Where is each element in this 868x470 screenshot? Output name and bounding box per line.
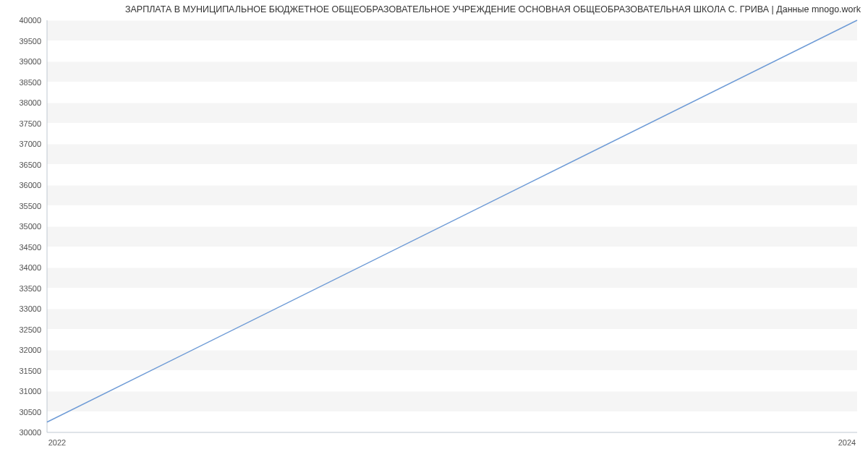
grid-band xyxy=(47,103,857,124)
svg-text:30500: 30500 xyxy=(19,408,41,416)
svg-text:31000: 31000 xyxy=(19,387,41,396)
y-tick: 32000 xyxy=(19,346,41,354)
svg-text:34000: 34000 xyxy=(19,263,41,272)
svg-text:2024: 2024 xyxy=(838,438,856,447)
grid-band xyxy=(47,309,857,330)
svg-text:37000: 37000 xyxy=(19,140,41,148)
svg-text:2022: 2022 xyxy=(48,438,66,447)
grid-band xyxy=(47,268,857,289)
grid-band xyxy=(47,185,857,206)
grid-band xyxy=(47,144,857,165)
y-tick: 34500 xyxy=(19,243,41,252)
y-tick: 38000 xyxy=(19,98,41,107)
svg-text:39500: 39500 xyxy=(19,37,41,46)
y-tick: 33500 xyxy=(19,284,41,293)
y-tick: 35500 xyxy=(19,202,41,210)
svg-text:37500: 37500 xyxy=(19,119,41,128)
svg-text:35000: 35000 xyxy=(19,222,41,231)
chart-plot-area: 3000030500310003150032000325003300033500… xyxy=(47,20,857,432)
grid-band xyxy=(47,61,857,82)
grid-band xyxy=(47,391,857,412)
y-tick: 38500 xyxy=(19,78,41,87)
svg-text:36000: 36000 xyxy=(19,181,41,189)
svg-text:33500: 33500 xyxy=(19,284,41,293)
svg-text:38500: 38500 xyxy=(19,78,41,87)
y-tick: 40000 xyxy=(19,16,41,25)
svg-text:38000: 38000 xyxy=(19,98,41,107)
grid-band xyxy=(47,226,857,247)
svg-text:33000: 33000 xyxy=(19,304,41,313)
y-tick: 34000 xyxy=(19,263,41,272)
x-tick: 2024 xyxy=(838,438,856,447)
y-tick: 37000 xyxy=(19,140,41,148)
y-tick: 37500 xyxy=(19,119,41,128)
svg-text:39000: 39000 xyxy=(19,57,41,66)
y-tick: 32500 xyxy=(19,325,41,334)
y-tick: 33000 xyxy=(19,304,41,313)
grid-band xyxy=(47,20,857,41)
y-tick: 36000 xyxy=(19,181,41,189)
svg-text:40000: 40000 xyxy=(19,16,41,25)
svg-text:30000: 30000 xyxy=(19,428,41,437)
y-tick: 39000 xyxy=(19,57,41,66)
svg-text:34500: 34500 xyxy=(19,243,41,252)
svg-text:35500: 35500 xyxy=(19,202,41,210)
y-tick: 35000 xyxy=(19,222,41,231)
y-tick: 31000 xyxy=(19,387,41,396)
y-tick: 30500 xyxy=(19,408,41,416)
svg-text:32500: 32500 xyxy=(19,325,41,334)
x-tick: 2022 xyxy=(48,438,66,447)
y-tick: 31500 xyxy=(19,367,41,375)
svg-text:36500: 36500 xyxy=(19,161,41,169)
y-tick: 36500 xyxy=(19,161,41,169)
grid-band xyxy=(47,350,857,371)
svg-text:31500: 31500 xyxy=(19,367,41,375)
svg-text:32000: 32000 xyxy=(19,346,41,354)
y-tick: 39500 xyxy=(19,37,41,46)
y-tick: 30000 xyxy=(19,428,41,437)
chart-title: ЗАРПЛАТА В МУНИЦИПАЛЬНОЕ БЮДЖЕТНОЕ ОБЩЕО… xyxy=(125,4,861,14)
